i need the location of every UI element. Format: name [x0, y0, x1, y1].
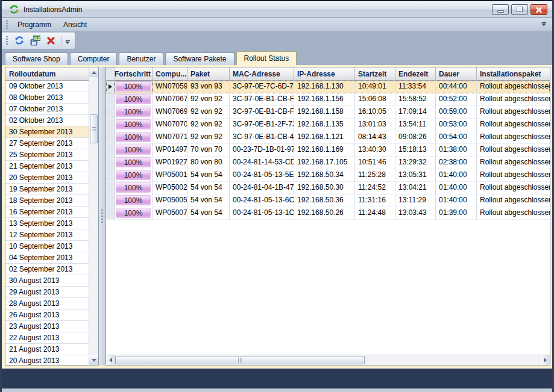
paket-cell[interactable]: 54 von 54	[187, 182, 230, 194]
rollout-date-item[interactable]: 18 September 2013	[5, 195, 89, 207]
endezeit-cell[interactable]: 13:03:43	[395, 207, 436, 220]
paket-cell[interactable]: 92 von 92	[187, 106, 230, 119]
progress-cell[interactable]: 100%	[115, 169, 153, 182]
mac-adresse-cell[interactable]: 00-24-81-05-13-1C	[230, 207, 294, 220]
computer-cell[interactable]: WN07071	[153, 131, 187, 144]
paket-cell[interactable]: 92 von 92	[187, 131, 230, 144]
dauer-cell[interactable]: 00:52:00	[436, 93, 477, 106]
installationspaket-cell[interactable]: Rollout abgeschlossen.	[477, 144, 550, 157]
column-header-paket[interactable]: Paket	[187, 67, 230, 81]
endezeit-cell[interactable]: 13:54:11	[395, 119, 436, 131]
installationspaket-cell[interactable]: Rollout abgeschlossen.	[477, 81, 550, 93]
startzeit-cell[interactable]: 11:25:28	[355, 169, 395, 182]
startzeit-cell[interactable]: 15:06:08	[355, 93, 395, 106]
rollout-date-item[interactable]: 19 September 2013	[5, 184, 89, 195]
mac-adresse-cell[interactable]: 00-23-7D-1B-01-97	[230, 144, 294, 157]
scroll-right-button[interactable]	[541, 355, 550, 365]
ip-adresse-cell[interactable]: 192.168.50.34	[294, 169, 355, 182]
mac-adresse-cell[interactable]: 3C-97-0E-B1-CB-4C	[230, 131, 294, 144]
tab[interactable]: Computer	[70, 52, 118, 65]
installationspaket-cell[interactable]: Rollout abgeschlossen.	[477, 169, 550, 182]
close-button[interactable]	[530, 4, 547, 15]
column-header-mac-adresse[interactable]: MAC-Adresse	[230, 67, 294, 81]
paket-cell[interactable]: 93 von 93	[187, 81, 230, 93]
column-header-endezeit[interactable]: Endezeit	[395, 67, 436, 81]
startzeit-cell[interactable]: 11:24:52	[355, 182, 395, 194]
computer-cell[interactable]: WP05007	[153, 207, 187, 220]
endezeit-cell[interactable]: 11:33:54	[395, 81, 436, 93]
computer-cell[interactable]: WP05002	[153, 182, 187, 194]
rollout-date-item[interactable]: 30 August 2013	[5, 275, 89, 287]
paket-cell[interactable]: 54 von 54	[187, 169, 230, 182]
ip-adresse-cell[interactable]: 192.168.1.158	[294, 106, 355, 119]
dauer-cell[interactable]: 00:54:00	[436, 131, 477, 144]
computer-cell[interactable]: WP05001	[153, 169, 187, 182]
menu-grip-handle[interactable]	[6, 20, 8, 29]
rollout-date-item[interactable]: 02 Oktober 2013	[5, 115, 89, 126]
table-row[interactable]: 100% WN07070 92 von 92 3C-97-0E-B1-2F-73…	[106, 119, 550, 131]
progress-cell[interactable]: 100%	[115, 93, 153, 106]
installationspaket-cell[interactable]: Rollout abgeschlossen.	[477, 106, 550, 119]
endezeit-cell[interactable]: 13:04:21	[395, 182, 436, 194]
paket-cell[interactable]: 54 von 54	[187, 194, 230, 207]
scroll-down-button[interactable]	[89, 355, 98, 365]
column-header-computer[interactable]: Compu...	[153, 67, 187, 81]
installationspaket-cell[interactable]: Rollout abgeschlossen.	[477, 182, 550, 194]
computer-cell[interactable]: WN07069	[153, 106, 187, 119]
panel-splitter[interactable]	[99, 67, 105, 366]
ip-adresse-cell[interactable]: 192.168.1.121	[294, 131, 355, 144]
ip-adresse-cell[interactable]: 192.168.50.36	[294, 194, 355, 207]
rollout-date-item[interactable]: 27 September 2013	[5, 138, 89, 149]
progress-cell[interactable]: 100%	[115, 207, 153, 220]
table-row[interactable]: 100% WN07059 93 von 93 3C-97-0E-7C-6D-7F…	[106, 81, 550, 93]
table-row[interactable]: 100% WP05002 54 von 54 00-24-81-04-1B-47…	[106, 182, 550, 194]
rollout-date-item[interactable]: 13 September 2013	[5, 218, 89, 229]
paket-cell[interactable]: 80 von 80	[187, 157, 230, 169]
rollout-date-item[interactable]: 07 Oktober 2013	[5, 104, 89, 115]
computer-cell[interactable]: WP01927	[153, 157, 187, 169]
dauer-cell[interactable]: 00:53:00	[436, 119, 477, 131]
mac-adresse-cell[interactable]: 3C-97-0E-B1-CB-FF	[230, 106, 294, 119]
rollout-date-item[interactable]: 22 August 2013	[5, 332, 89, 344]
scroll-up-button[interactable]	[89, 67, 98, 77]
table-row[interactable]: 100% WP01497 70 von 70 00-23-7D-1B-01-97…	[106, 144, 550, 157]
tab[interactable]: Software Pakete	[165, 52, 234, 65]
ip-adresse-cell[interactable]: 192.168.50.30	[294, 182, 355, 194]
installationspaket-cell[interactable]: Rollout abgeschlossen.	[477, 194, 550, 207]
table-row[interactable]: 100% WP05007 54 von 54 00-24-81-05-13-1C…	[106, 207, 550, 220]
startzeit-cell[interactable]: 10:49:01	[355, 81, 395, 93]
rollout-date-item[interactable]: 12 September 2013	[5, 229, 89, 241]
rollout-date-item[interactable]: 30 September 2013	[5, 126, 89, 138]
startzeit-cell[interactable]: 11:24:48	[355, 207, 395, 220]
progress-cell[interactable]: 100%	[115, 106, 153, 119]
ip-adresse-cell[interactable]: 192.168.17.105	[294, 157, 355, 169]
endezeit-cell[interactable]: 13:11:29	[395, 194, 436, 207]
minimize-button[interactable]	[492, 4, 509, 15]
progress-cell[interactable]: 100%	[115, 157, 153, 169]
rollout-date-item[interactable]: 20 September 2013	[5, 172, 89, 184]
progress-cell[interactable]: 100%	[115, 131, 153, 144]
mac-adresse-cell[interactable]: 00-24-81-04-1B-47	[230, 182, 294, 194]
endezeit-cell[interactable]: 09:08:26	[395, 131, 436, 144]
h-scrollbar-thumb[interactable]	[115, 356, 365, 364]
computer-cell[interactable]: WN07067	[153, 93, 187, 106]
dauer-cell[interactable]: 00:44:00	[436, 81, 477, 93]
mac-adresse-cell[interactable]: 3C-97-0E-B1-CB-F6	[230, 93, 294, 106]
endezeit-cell[interactable]: 13:05:31	[395, 169, 436, 182]
table-row[interactable]: 100% WP05001 54 von 54 00-24-81-05-13-5E…	[106, 169, 550, 182]
ip-adresse-cell[interactable]: 192.168.1.130	[294, 81, 355, 93]
dauer-cell[interactable]: 01:38:00	[436, 144, 477, 157]
endezeit-cell[interactable]: 13:29:32	[395, 157, 436, 169]
installationspaket-cell[interactable]: Rollout abgeschlossen.	[477, 207, 550, 220]
dauer-cell[interactable]: 01:40:00	[436, 194, 477, 207]
mac-adresse-cell[interactable]: 00-24-81-14-53-CD	[230, 157, 294, 169]
rollout-date-item[interactable]: 16 September 2013	[5, 207, 89, 218]
paket-cell[interactable]: 92 von 92	[187, 119, 230, 131]
dauer-cell[interactable]: 01:40:00	[436, 182, 477, 194]
rollout-date-item[interactable]: 20 August 2013	[5, 355, 89, 365]
paket-cell[interactable]: 54 von 54	[187, 207, 230, 220]
endezeit-cell[interactable]: 17:09:14	[395, 106, 436, 119]
export-xls-button[interactable]: XLS	[28, 34, 42, 47]
startzeit-cell[interactable]: 13:40:30	[355, 144, 395, 157]
paket-cell[interactable]: 70 von 70	[187, 144, 230, 157]
